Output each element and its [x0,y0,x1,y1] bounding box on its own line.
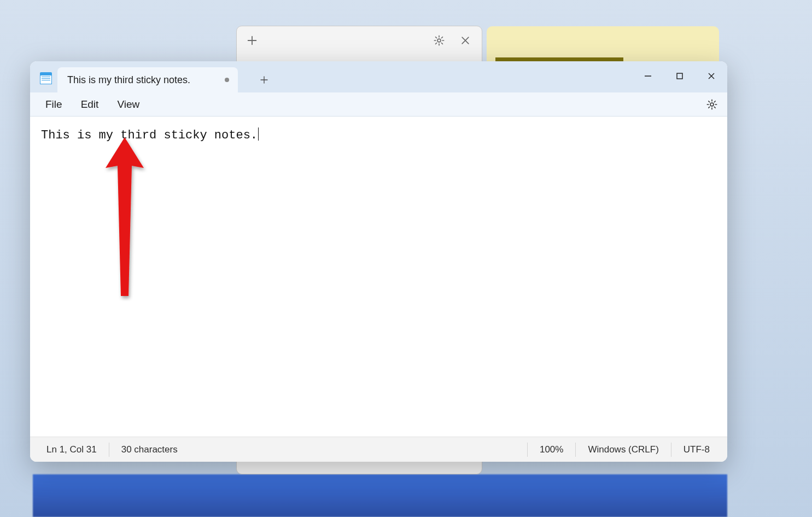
text-caret [258,127,259,141]
svg-marker-3 [106,137,144,296]
notepad-titlebar[interactable]: This is my third sticky notes. [30,61,727,92]
menu-edit[interactable]: Edit [73,96,107,113]
svg-point-0 [437,39,441,42]
status-char-count: 30 characters [109,443,190,457]
notepad-menubar: File Edit View [30,92,727,117]
notepad-window: This is my third sticky notes. File Edit… [30,61,727,462]
status-zoom[interactable]: 100% [527,443,575,457]
new-tab-button[interactable] [253,69,275,91]
notepad-tab-active[interactable]: This is my third sticky notes. [57,67,238,92]
close-button[interactable] [696,64,727,88]
sticky-notes-settings-button[interactable] [430,32,448,49]
sticky-notes-close-button[interactable] [457,32,474,49]
maximize-button[interactable] [664,64,696,88]
windows-taskbar [33,474,727,517]
menu-file[interactable]: File [38,96,70,113]
svg-point-2 [710,103,714,106]
annotation-arrow-icon [100,137,149,301]
unsaved-indicator-icon [225,78,229,82]
status-encoding[interactable]: UTF-8 [671,443,722,457]
new-note-button[interactable] [244,33,260,48]
svg-rect-1 [677,73,682,79]
notepad-settings-button[interactable] [702,95,722,114]
status-line-ending[interactable]: Windows (CRLF) [575,443,670,457]
sticky-notes-titlebar [237,26,482,55]
menu-view[interactable]: View [109,96,147,113]
notepad-editor[interactable]: This is my third sticky notes. [30,117,727,437]
editor-text-content: This is my third sticky notes. [41,129,258,142]
status-cursor-position: Ln 1, Col 31 [36,443,109,457]
notepad-statusbar: Ln 1, Col 31 30 characters 100% Windows … [30,437,727,462]
minimize-button[interactable] [632,64,664,88]
notepad-app-icon [40,72,52,84]
notepad-tab-title: This is my third sticky notes. [67,74,218,86]
